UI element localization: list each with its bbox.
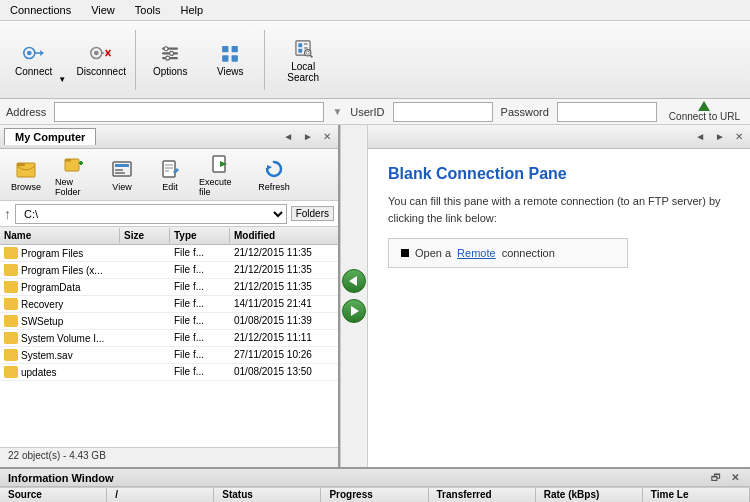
userid-input[interactable] <box>393 102 493 122</box>
menu-help[interactable]: Help <box>175 2 210 18</box>
folders-button[interactable]: Folders <box>291 206 334 221</box>
info-column-header: Rate (kBps) <box>536 488 643 502</box>
remote-connection-link[interactable]: Remote <box>457 247 496 259</box>
browse-button[interactable]: Browse <box>4 153 48 197</box>
toolbar-sep-2 <box>264 30 265 90</box>
svg-rect-30 <box>65 159 71 162</box>
info-restore-btn[interactable]: 🗗 <box>708 471 724 484</box>
blank-pane-title: Blank Connection Pane <box>388 165 730 183</box>
information-window: Information Window 🗗 ✕ Source/StatusProg… <box>0 467 750 501</box>
right-pane-back-btn[interactable]: ◄ <box>692 130 708 143</box>
view-icon <box>111 158 133 180</box>
options-label: Options <box>153 66 187 77</box>
connect-url-button[interactable]: Connect to URL <box>665 100 744 123</box>
views-label: Views <box>217 66 244 77</box>
info-columns: Source/StatusProgressTransferredRate (kB… <box>0 487 750 502</box>
svg-point-12 <box>164 47 168 51</box>
header-size[interactable]: Size <box>120 228 170 243</box>
views-button[interactable]: Views <box>202 27 258 93</box>
connect-label: Connect <box>15 66 52 77</box>
right-pane: ◄ ► ✕ Blank Connection Pane You can fill… <box>368 125 750 467</box>
file-list: Name Size Type Modified Program Files Fi… <box>0 227 338 447</box>
right-pane-fwd-btn[interactable]: ► <box>712 130 728 143</box>
left-pane-fwd-btn[interactable]: ► <box>300 130 316 143</box>
svg-point-1 <box>27 51 32 56</box>
menu-view[interactable]: View <box>85 2 121 18</box>
left-pane-close-btn[interactable]: ✕ <box>320 130 334 143</box>
folder-icon <box>4 349 18 361</box>
connection-link: Open a Remote connection <box>401 247 615 259</box>
nav-left-button[interactable] <box>342 269 366 293</box>
table-row[interactable]: ProgramData File f... 21/12/2015 11:35 <box>0 279 338 296</box>
views-icon <box>219 42 241 64</box>
nav-right-button[interactable] <box>342 299 366 323</box>
header-type[interactable]: Type <box>170 228 230 243</box>
password-label: Password <box>501 106 549 118</box>
table-row[interactable]: Program Files (x... File f... 21/12/2015… <box>0 262 338 279</box>
connect-button[interactable]: Connect ▼ <box>8 27 69 93</box>
connect-url-arrow-icon <box>698 101 710 111</box>
local-search-label: Local Search <box>274 61 332 83</box>
address-input[interactable] <box>54 102 324 122</box>
connection-link-box: Open a Remote connection <box>388 238 628 268</box>
info-window-header: Information Window 🗗 ✕ <box>0 469 750 487</box>
new-folder-button[interactable]: New Folder <box>52 153 96 197</box>
svg-rect-17 <box>222 55 228 61</box>
path-select[interactable]: C:\ <box>15 204 287 224</box>
svg-rect-18 <box>232 55 238 61</box>
execute-file-icon <box>211 153 233 175</box>
refresh-icon <box>263 158 285 180</box>
table-row[interactable]: Program Files File f... 21/12/2015 11:35 <box>0 245 338 262</box>
svg-rect-34 <box>115 164 129 167</box>
table-row[interactable]: System.sav File f... 27/11/2015 10:26 <box>0 347 338 364</box>
svg-rect-15 <box>222 46 228 52</box>
options-button[interactable]: Options <box>142 27 198 93</box>
disconnect-label: Disconnect <box>76 66 125 77</box>
left-pane-back-btn[interactable]: ◄ <box>280 130 296 143</box>
table-row[interactable]: updates File f... 01/08/2015 13:50 <box>0 364 338 381</box>
disconnect-icon <box>90 42 112 64</box>
right-pane-close-btn[interactable]: ✕ <box>732 130 746 143</box>
folder-icon <box>4 247 18 259</box>
toolbar-sep-1 <box>135 30 136 90</box>
svg-point-13 <box>170 51 174 55</box>
blank-pane-description: You can fill this pane with a remote con… <box>388 193 730 226</box>
table-row[interactable]: SWSetup File f... 01/08/2015 11:39 <box>0 313 338 330</box>
file-toolbar: Browse New Folder <box>0 149 338 201</box>
svg-rect-20 <box>298 43 302 47</box>
table-row[interactable]: Recovery File f... 14/11/2015 21:41 <box>0 296 338 313</box>
edit-button[interactable]: Edit <box>148 153 192 197</box>
info-column-header: Source <box>0 488 107 502</box>
folder-icon <box>4 315 18 327</box>
header-name[interactable]: Name <box>0 228 120 243</box>
header-modified[interactable]: Modified <box>230 228 338 243</box>
menu-bar: Connections View Tools Help <box>0 0 750 21</box>
execute-file-button[interactable]: Execute file <box>196 153 248 197</box>
svg-rect-35 <box>115 169 123 171</box>
info-close-btn[interactable]: ✕ <box>728 471 742 484</box>
table-row[interactable]: System Volume I... File f... 21/12/2015 … <box>0 330 338 347</box>
menu-tools[interactable]: Tools <box>129 2 167 18</box>
up-button[interactable]: ↑ <box>4 206 11 222</box>
my-computer-tab[interactable]: My Computer <box>4 128 96 145</box>
new-folder-label: New Folder <box>55 177 93 197</box>
refresh-button[interactable]: Refresh <box>252 153 296 197</box>
folder-icon <box>4 298 18 310</box>
info-column-header: / <box>107 488 214 502</box>
svg-rect-36 <box>115 172 125 174</box>
userid-label: UserID <box>350 106 384 118</box>
svg-point-14 <box>166 56 170 60</box>
address-label: Address <box>6 106 46 118</box>
password-input[interactable] <box>557 102 657 122</box>
menu-connections[interactable]: Connections <box>4 2 77 18</box>
new-folder-icon <box>63 153 85 175</box>
svg-rect-16 <box>232 46 238 52</box>
address-dropdown-btn[interactable]: ▼ <box>332 106 342 117</box>
file-rows-container: Program Files File f... 21/12/2015 11:35… <box>0 245 338 381</box>
link-suffix: connection <box>502 247 555 259</box>
view-button[interactable]: View <box>100 153 144 197</box>
local-search-button[interactable]: Local Search <box>271 27 335 93</box>
info-column-header: Transferred <box>429 488 536 502</box>
disconnect-button[interactable]: Disconnect <box>73 27 129 93</box>
connect-dropdown-arrow[interactable]: ▼ <box>58 28 68 92</box>
